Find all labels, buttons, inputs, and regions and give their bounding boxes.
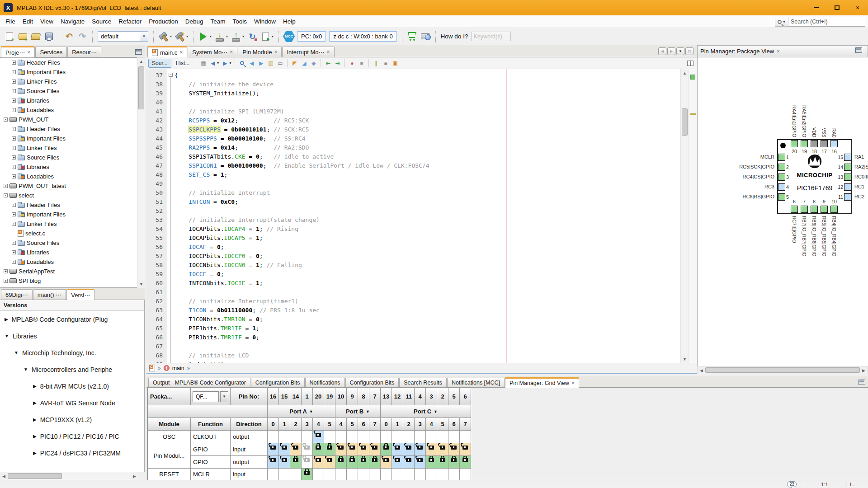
port-header[interactable]: Port B▼	[335, 405, 381, 418]
tree-item[interactable]: +Important Files	[0, 210, 144, 219]
tree-item[interactable]: +Important Files	[0, 134, 144, 143]
pin-empty-cell[interactable]	[448, 469, 460, 480]
code-line[interactable]: RA2PPS = 0x14; // RA2:SDO	[175, 143, 672, 152]
mcc-icon[interactable]	[283, 31, 295, 42]
versions-item[interactable]: ▶AVR-IoT WG Sensor Node	[0, 394, 144, 411]
code-line[interactable]: // initialize Interrupt(state_change)	[175, 216, 672, 225]
port-header[interactable]: Port A▼	[268, 405, 335, 418]
tab-navigator[interactable]: main() ⋯	[33, 289, 66, 300]
tab-versions[interactable]: Versi⋯	[66, 289, 94, 300]
code-line[interactable]	[175, 206, 672, 216]
expander-icon[interactable]: +	[12, 250, 16, 254]
expander-icon[interactable]: +	[12, 146, 16, 150]
pin-lock-cell[interactable]	[426, 456, 437, 469]
close-icon[interactable]: ×	[571, 381, 575, 385]
pin-empty-cell[interactable]	[347, 431, 358, 443]
editor-scrollbar[interactable]: ▲ ▼	[680, 69, 688, 363]
back-icon[interactable]: ◀	[208, 59, 217, 67]
pin-number-header[interactable]: 5	[448, 388, 460, 405]
tree-item[interactable]: +Source Files	[0, 238, 144, 248]
tab-list-icon[interactable]: ▼	[676, 47, 684, 55]
scroll-tabs-left-icon[interactable]: ◀	[658, 47, 666, 55]
pin-lock-cell[interactable]	[335, 443, 347, 456]
menu-edit[interactable]: Edit	[19, 16, 37, 28]
pin-number-header[interactable]: 13	[381, 388, 392, 405]
tree-item[interactable]: +Linker Files	[0, 219, 144, 229]
menu-production[interactable]: Production	[145, 16, 182, 28]
tab-output-mcc[interactable]: Output - MPLAB® Code Configurator	[148, 378, 250, 387]
close-icon[interactable]: ×	[327, 50, 330, 54]
pin-number-header[interactable]: 6	[460, 388, 471, 405]
menu-team[interactable]: Team	[207, 16, 229, 28]
tree-item[interactable]: +Loadables	[0, 257, 144, 267]
minimize-button[interactable]	[806, 0, 826, 15]
tree-item[interactable]: +Libraries	[0, 248, 144, 257]
pin-lock-cell[interactable]	[347, 456, 358, 469]
expander-icon[interactable]: +	[12, 80, 16, 84]
pin-lock-cell[interactable]	[448, 456, 460, 469]
menu-debug[interactable]: Debug	[182, 16, 207, 28]
shift-right-icon[interactable]: ⇥	[333, 59, 342, 67]
expander-icon[interactable]: -	[4, 117, 8, 122]
pin-lock-cell[interactable]	[381, 443, 392, 456]
toggle-bookmark-icon[interactable]: ◆	[309, 59, 318, 67]
tree-item[interactable]: select.c	[0, 229, 144, 238]
start-macro-recording-icon[interactable]: ●	[348, 59, 356, 67]
pin-lock-cell[interactable]	[392, 443, 403, 456]
versions-item[interactable]: ▼Microchip Technology, Inc.	[0, 344, 144, 361]
pin-lock-cell[interactable]	[415, 456, 426, 469]
pin-lock-cell[interactable]	[403, 456, 415, 469]
menu-file[interactable]: File	[2, 16, 19, 28]
chip-pin[interactable]	[791, 140, 798, 147]
tree-item[interactable]: +Important Files	[0, 67, 144, 77]
tree-item[interactable]: +Header Files	[0, 200, 144, 210]
pin-number-header[interactable]: 10	[335, 388, 347, 405]
pin-empty-cell[interactable]	[290, 431, 302, 443]
chip-pin[interactable]	[830, 140, 838, 147]
bit-header[interactable]: 3	[302, 418, 313, 431]
search-input[interactable]	[788, 17, 865, 27]
pin-lock-cell[interactable]	[268, 443, 279, 456]
pin-empty-cell[interactable]	[369, 431, 381, 443]
pin-lock-cell[interactable]	[460, 456, 471, 469]
code-line[interactable]: RC5PPS = 0x12; // RC5:SCK	[175, 116, 672, 125]
package-view-header[interactable]: Pin Manager: Package View ×	[697, 45, 868, 57]
tree-item[interactable]: -PWM_OUT	[0, 115, 144, 124]
new-file-icon[interactable]	[4, 31, 15, 42]
pin-empty-cell[interactable]	[324, 431, 335, 443]
pin-number-header[interactable]: 12	[392, 388, 403, 405]
bit-header[interactable]: 1	[392, 418, 403, 431]
pin-empty-cell[interactable]	[268, 431, 279, 443]
breadcrumb-function[interactable]: main	[172, 365, 184, 371]
tab-pin-module[interactable]: Pin Module×	[238, 47, 282, 57]
scroll-left-icon[interactable]: ◀	[698, 366, 705, 374]
scroll-down-icon[interactable]: ▼	[137, 280, 145, 288]
chip-pin[interactable]	[844, 154, 851, 161]
expander-icon[interactable]: +	[12, 89, 16, 93]
forward-icon[interactable]: ▶	[221, 59, 229, 67]
versions-item[interactable]: ▼Libraries	[0, 328, 144, 344]
pin-lock-cell[interactable]	[358, 443, 369, 456]
tree-item[interactable]: +PWM_OUT_latest	[0, 181, 144, 191]
expander-icon[interactable]: +	[12, 136, 16, 141]
projects-scrollbar[interactable]: ▲ ▼	[137, 57, 145, 288]
pin-empty-cell[interactable]	[324, 469, 335, 480]
make-program-device-icon[interactable]	[214, 31, 226, 42]
open-project-icon[interactable]	[30, 31, 42, 42]
pin-empty-cell[interactable]	[302, 431, 313, 443]
expander-icon[interactable]: +	[12, 99, 16, 103]
versions-item[interactable]: ▼Microcontrollers and Periphe	[0, 361, 144, 378]
close-icon[interactable]: ×	[777, 48, 780, 55]
find-icon[interactable]	[238, 59, 246, 67]
pin-empty-cell[interactable]	[290, 469, 302, 480]
tree-item[interactable]: +Header Files	[0, 124, 144, 134]
chip-pin[interactable]	[791, 206, 798, 213]
code-line[interactable]: IOCCNbits.IOCCN0 = 1; // Falling	[175, 261, 672, 270]
tab-main-c[interactable]: main.c×	[147, 46, 187, 57]
collapse-icon[interactable]: ▼	[5, 333, 9, 338]
bit-header[interactable]: 2	[403, 418, 415, 431]
expand-icon[interactable]: ▶	[33, 384, 37, 389]
tab-system-module[interactable]: System Mo⋯×	[188, 47, 237, 57]
bit-header[interactable]: 0	[381, 418, 392, 431]
pin-lock-cell[interactable]	[290, 456, 302, 469]
